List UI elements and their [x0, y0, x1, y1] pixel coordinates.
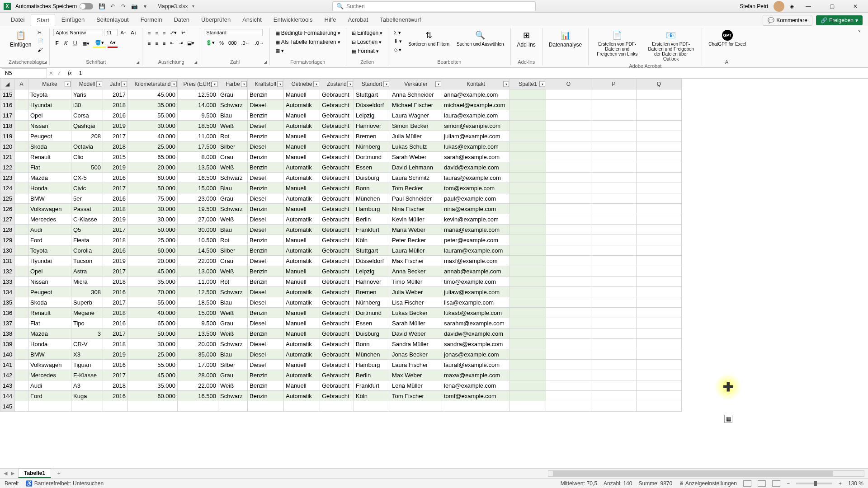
- cell[interactable]: Berlin: [354, 370, 390, 380]
- qat-customize-icon[interactable]: ▾: [141, 2, 149, 10]
- row-header[interactable]: 134: [0, 287, 15, 297]
- cell[interactable]: 2016: [103, 360, 128, 370]
- cell[interactable]: [591, 245, 637, 256]
- cell[interactable]: Sandra Müller: [390, 339, 442, 349]
- cell[interactable]: CX-5: [71, 173, 103, 183]
- cell[interactable]: Automatik: [284, 287, 320, 297]
- cell[interactable]: Automatik: [284, 214, 320, 225]
- cell[interactable]: A3: [71, 380, 103, 391]
- cell[interactable]: Frankfurt: [354, 225, 390, 235]
- cell[interactable]: [15, 277, 28, 287]
- clear-icon[interactable]: ◇ ▾: [392, 46, 404, 54]
- cell[interactable]: Automatik: [284, 193, 320, 204]
- cell[interactable]: [637, 391, 682, 401]
- cell[interactable]: 2016: [103, 173, 128, 183]
- cell[interactable]: 19.500: [178, 204, 218, 214]
- pdf-create-button[interactable]: 📄Erstellen von PDF-Dateien und Freigeben…: [592, 29, 642, 57]
- cell[interactable]: [591, 380, 637, 391]
- cell[interactable]: 40.000: [128, 131, 178, 141]
- row-header[interactable]: 135: [0, 297, 15, 308]
- cell[interactable]: [637, 110, 682, 121]
- page-break-view-icon[interactable]: [772, 480, 780, 487]
- cell[interactable]: 208: [71, 131, 103, 141]
- cell[interactable]: [103, 401, 128, 412]
- cell[interactable]: Gebraucht: [320, 152, 354, 162]
- cell[interactable]: [637, 89, 682, 100]
- cell[interactable]: Opel: [28, 110, 71, 121]
- cell[interactable]: [637, 297, 682, 308]
- cell[interactable]: [591, 318, 637, 328]
- cell[interactable]: Manuell: [284, 277, 320, 287]
- cell[interactable]: [284, 401, 320, 412]
- cell[interactable]: Benzin: [248, 370, 284, 380]
- cell[interactable]: 2018: [103, 308, 128, 318]
- filter-icon[interactable]: ▾: [313, 81, 319, 87]
- sheet-tab-active[interactable]: Tabelle1: [18, 469, 51, 478]
- cell[interactable]: [546, 401, 591, 412]
- cell[interactable]: 45.000: [128, 89, 178, 100]
- cell[interactable]: Grau: [218, 89, 248, 100]
- cell[interactable]: [637, 131, 682, 141]
- cell[interactable]: [510, 152, 546, 162]
- cell[interactable]: Automatik: [284, 121, 320, 131]
- cell[interactable]: [637, 173, 682, 183]
- cell[interactable]: Automatik: [284, 100, 320, 110]
- cell[interactable]: sarah@example.com: [442, 152, 510, 162]
- cell[interactable]: Lukas Schulz: [390, 141, 442, 152]
- col-header-Modell[interactable]: Modell▾: [71, 79, 103, 89]
- cell[interactable]: 12.500: [178, 89, 218, 100]
- cell[interactable]: 18.500: [178, 121, 218, 131]
- cell[interactable]: [510, 328, 546, 339]
- cell[interactable]: 2016: [103, 287, 128, 297]
- page-layout-view-icon[interactable]: [758, 480, 766, 487]
- cell[interactable]: Nürnberg: [354, 297, 390, 308]
- cell[interactable]: [591, 360, 637, 370]
- cell[interactable]: [510, 204, 546, 214]
- cell[interactable]: Mazda: [28, 328, 71, 339]
- cell[interactable]: tom@example.com: [442, 183, 510, 193]
- tab-acrobat[interactable]: Acrobat: [343, 14, 374, 26]
- cell[interactable]: [546, 339, 591, 349]
- cell[interactable]: Diesel: [248, 339, 284, 349]
- paste-button[interactable]: 📋Einfügen: [7, 29, 34, 49]
- cell[interactable]: Automatik: [284, 173, 320, 183]
- cell[interactable]: kevin@example.com: [442, 214, 510, 225]
- cell[interactable]: Grau: [218, 152, 248, 162]
- align-right-icon[interactable]: ≡: [161, 39, 167, 47]
- cell[interactable]: Schwarz: [218, 339, 248, 349]
- row-header[interactable]: 125: [0, 193, 15, 204]
- cell[interactable]: 17.000: [178, 360, 218, 370]
- cell[interactable]: [15, 235, 28, 245]
- cell[interactable]: Automatik: [284, 349, 320, 360]
- cell[interactable]: [15, 328, 28, 339]
- cell[interactable]: annab@example.com: [442, 266, 510, 277]
- cell[interactable]: lena@example.com: [442, 380, 510, 391]
- cell[interactable]: Nissan: [28, 277, 71, 287]
- cell[interactable]: [510, 183, 546, 193]
- cell[interactable]: 2016: [103, 193, 128, 204]
- cell[interactable]: Silber: [218, 245, 248, 256]
- cell[interactable]: Blau: [218, 225, 248, 235]
- cell[interactable]: [510, 256, 546, 266]
- cell[interactable]: Bremen: [354, 131, 390, 141]
- cell[interactable]: Peugeot: [28, 131, 71, 141]
- cell[interactable]: 2015: [103, 152, 128, 162]
- cell[interactable]: Gebraucht: [320, 391, 354, 401]
- tab-daten[interactable]: Daten: [168, 14, 195, 26]
- cell[interactable]: [591, 225, 637, 235]
- camera-icon[interactable]: 📷: [130, 2, 138, 10]
- cell[interactable]: lisa@example.com: [442, 297, 510, 308]
- cell[interactable]: Manuell: [284, 89, 320, 100]
- cell[interactable]: [591, 131, 637, 141]
- cell[interactable]: [637, 308, 682, 318]
- row-header[interactable]: 130: [0, 245, 15, 256]
- cell[interactable]: Mazda: [28, 173, 71, 183]
- row-header[interactable]: 133: [0, 277, 15, 287]
- cell[interactable]: 2016: [103, 391, 128, 401]
- cell[interactable]: 55.000: [128, 360, 178, 370]
- cell[interactable]: [546, 245, 591, 256]
- cell[interactable]: [591, 277, 637, 287]
- cell[interactable]: [510, 318, 546, 328]
- cell[interactable]: 13.000: [178, 266, 218, 277]
- cell[interactable]: Superb: [71, 297, 103, 308]
